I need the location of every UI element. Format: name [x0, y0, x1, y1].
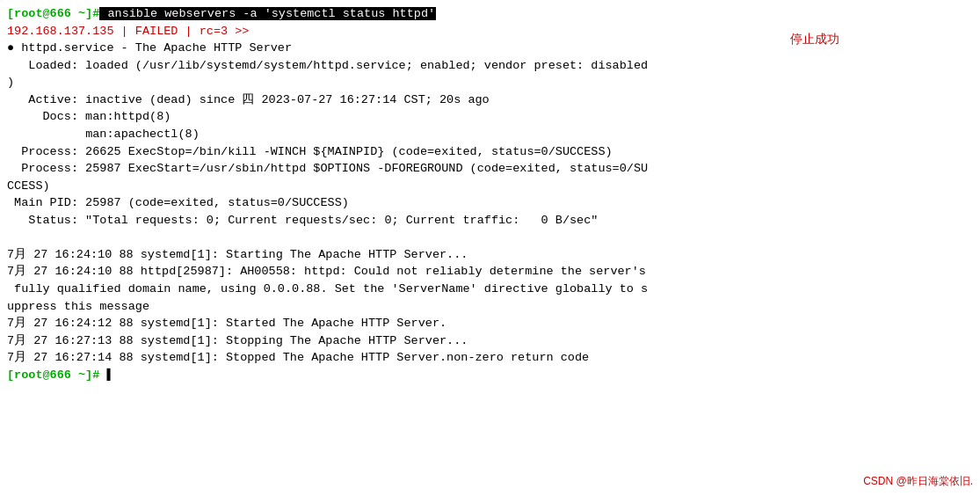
log-line4: uppress this message	[7, 298, 973, 316]
log-line2: 7月 27 16:24:10 88 httpd[25987]: AH00558:…	[7, 263, 973, 281]
process1-line: Process: 26625 ExecStop=/bin/kill -WINCH…	[7, 143, 973, 161]
status-line: Status: "Total requests: 0; Current requ…	[7, 212, 973, 230]
stop-success-label: 停止成功	[790, 32, 839, 49]
log-line7: 7月 27 16:27:14 88 systemd[1]: Stopped Th…	[7, 349, 973, 367]
apachectl-line: man:apachectl(8)	[7, 126, 973, 143]
empty-line	[7, 229, 973, 246]
log-line1: 7月 27 16:24:10 88 systemd[1]: Starting T…	[7, 246, 973, 264]
log-line5: 7月 27 16:24:12 88 systemd[1]: Started Th…	[7, 315, 973, 332]
command-text: ansible webservers -a 'systemctl status …	[99, 7, 436, 20]
docs-line: Docs: man:httpd(8)	[7, 108, 973, 126]
terminal: [root@666 ~]# ansible webservers -a 'sys…	[0, 0, 980, 496]
process2-line-cont: CCESS)	[7, 178, 973, 195]
log-line3: fully qualified domain name, using 0.0.0…	[7, 281, 973, 298]
mainpid-line: Main PID: 25987 (code=exited, status=0/S…	[7, 194, 973, 212]
loaded-line-cont: )	[7, 74, 973, 91]
command-line: [root@666 ~]# ansible webservers -a 'sys…	[7, 5, 973, 23]
active-line: Active: inactive (dead) since 四 2023-07-…	[7, 91, 973, 109]
watermark: CSDN @昨日海棠依旧.	[863, 474, 973, 489]
cursor: ▌	[99, 368, 113, 382]
prompt1: [root@666 ~]#	[7, 7, 99, 20]
final-prompt-line: [root@666 ~]# ▌	[7, 367, 973, 384]
prompt2: [root@666 ~]#	[7, 368, 99, 382]
process2-line: Process: 25987 ExecStart=/usr/sbin/httpd…	[7, 160, 973, 178]
loaded-line: Loaded: loaded (/usr/lib/systemd/system/…	[7, 57, 973, 75]
log-line6: 7月 27 16:27:13 88 systemd[1]: Stopping T…	[7, 332, 973, 350]
